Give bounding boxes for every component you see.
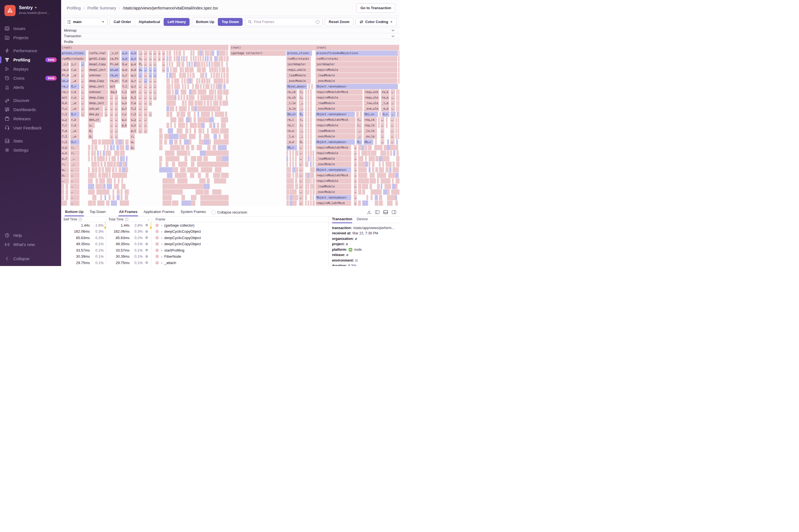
gear-icon[interactable]: ⚙ — [144, 248, 149, 252]
flame-frame[interactable] — [92, 184, 94, 189]
flame-frame[interactable] — [379, 112, 381, 117]
flame-frame[interactable] — [92, 189, 95, 195]
flame-frame[interactable] — [366, 184, 368, 189]
flame-frame[interactable] — [212, 95, 213, 100]
flame-frame[interactable] — [188, 106, 190, 111]
flame-frame[interactable] — [182, 117, 184, 122]
flame-frame[interactable] — [190, 56, 192, 61]
flame-frame[interactable] — [209, 123, 212, 128]
flame-frame[interactable] — [396, 173, 399, 178]
flame-frame[interactable] — [184, 84, 186, 89]
flame-frame[interactable] — [116, 145, 119, 150]
flame-frame[interactable] — [214, 67, 216, 73]
flame-frame[interactable] — [204, 184, 210, 189]
flame-frame[interactable] — [209, 117, 214, 122]
flame-frame[interactable] — [174, 117, 177, 122]
flame-frame[interactable] — [375, 201, 378, 206]
flame-frame[interactable] — [192, 95, 194, 100]
flame-frame[interactable] — [125, 173, 127, 178]
flame-frame[interactable] — [88, 178, 93, 184]
flame-frame[interactable]: deepC…ject — [88, 67, 108, 73]
flame-frame[interactable] — [377, 178, 379, 184]
flame-frame[interactable] — [213, 173, 220, 178]
flame-frame[interactable] — [286, 195, 289, 200]
flame-frame[interactable]: … — [81, 84, 85, 89]
flame-frame[interactable] — [208, 84, 209, 89]
flame-frame[interactable]: u…y — [130, 117, 136, 122]
gear-icon[interactable]: ⚙ — [144, 230, 149, 233]
flame-frame[interactable] — [224, 134, 229, 139]
flame-frame[interactable]: r…k — [70, 117, 79, 122]
flame-frame[interactable] — [308, 184, 309, 189]
flame-frame[interactable]: re…ck — [286, 95, 297, 100]
flame-frame[interactable] — [170, 123, 172, 128]
flame-frame[interactable] — [387, 189, 390, 195]
flame-frame[interactable]: … — [70, 173, 79, 178]
flame-frame[interactable] — [388, 178, 391, 184]
flame-frame[interactable] — [225, 112, 227, 117]
flame-frame[interactable] — [386, 156, 389, 161]
flame-frame[interactable] — [182, 67, 184, 73]
flame-frame[interactable] — [308, 95, 309, 100]
flame-frame[interactable]: … — [144, 78, 148, 83]
flame-frame[interactable] — [205, 73, 207, 78]
flame-frame[interactable] — [362, 189, 365, 195]
flame-frame[interactable] — [369, 167, 371, 172]
flame-frame[interactable] — [295, 178, 297, 184]
flame-frame[interactable] — [172, 162, 175, 167]
flame-frame[interactable] — [310, 156, 312, 161]
layout-left-panel-icon[interactable] — [375, 210, 379, 214]
flame-frame[interactable] — [372, 156, 375, 161]
flame-frame[interactable] — [305, 184, 307, 189]
table-row[interactable]: 49.35ms0.1%49.35ms0.1%⚙›deepCyclicCopyOb… — [61, 241, 328, 247]
flame-frame[interactable] — [295, 189, 297, 195]
sidebar-item-stats[interactable]: Stats — [0, 136, 61, 146]
sidebar-item-performance[interactable]: Performance — [0, 46, 61, 55]
flame-frame[interactable]: … — [158, 51, 161, 56]
flame-frame[interactable] — [398, 78, 400, 83]
flame-frame[interactable]: f…1 — [61, 134, 69, 139]
flame-frame[interactable]: … — [70, 201, 79, 206]
flame-frame[interactable]: processTicksAndRejections — [316, 51, 398, 56]
flame-frame[interactable]: … — [114, 123, 118, 128]
flame-frame[interactable] — [365, 151, 367, 156]
flame-frame[interactable]: act — [109, 84, 115, 89]
flame-frame[interactable] — [181, 195, 185, 200]
flame-frame[interactable] — [99, 178, 103, 184]
flame-frame[interactable] — [166, 106, 169, 111]
color-coding-button[interactable]: Color Coding ▼ — [356, 18, 397, 26]
flame-frame[interactable] — [389, 162, 392, 167]
flame-frame[interactable] — [159, 145, 163, 150]
flame-frame[interactable] — [93, 201, 96, 206]
chevron-right-icon[interactable]: › — [161, 223, 162, 227]
flame-frame[interactable]: _lo…le — [364, 128, 377, 134]
flame-frame[interactable] — [308, 112, 309, 117]
flame-frame[interactable] — [102, 201, 105, 206]
flame-frame[interactable]: runMicrotasks — [316, 56, 397, 61]
flame-frame[interactable] — [172, 90, 174, 95]
flame-frame[interactable] — [189, 128, 191, 134]
flame-frame[interactable] — [308, 145, 309, 150]
flame-frame[interactable] — [112, 195, 114, 200]
flame-frame[interactable] — [181, 95, 182, 100]
flame-frame[interactable] — [209, 67, 211, 73]
flame-frame[interactable]: … — [354, 167, 357, 172]
flame-frame[interactable] — [123, 151, 125, 156]
flame-frame[interactable] — [199, 178, 206, 184]
flame-frame[interactable] — [109, 151, 111, 156]
flame-frame[interactable] — [358, 178, 362, 184]
flame-frame[interactable] — [396, 100, 398, 106]
flame-frame[interactable]: … — [138, 90, 143, 95]
flame-frame[interactable] — [305, 90, 307, 95]
flame-frame[interactable] — [191, 201, 195, 206]
flame-frame[interactable] — [368, 151, 371, 156]
flame-frame[interactable] — [310, 139, 312, 145]
flame-frame[interactable] — [204, 62, 205, 67]
flame-frame[interactable] — [166, 156, 172, 161]
flame-frame[interactable]: … — [380, 139, 385, 145]
flame-frame[interactable] — [91, 151, 94, 156]
flame-frame[interactable] — [210, 84, 212, 89]
flame-frame[interactable] — [372, 167, 374, 172]
flame-frame[interactable]: f…e — [61, 128, 69, 134]
flame-frame[interactable] — [207, 56, 209, 61]
